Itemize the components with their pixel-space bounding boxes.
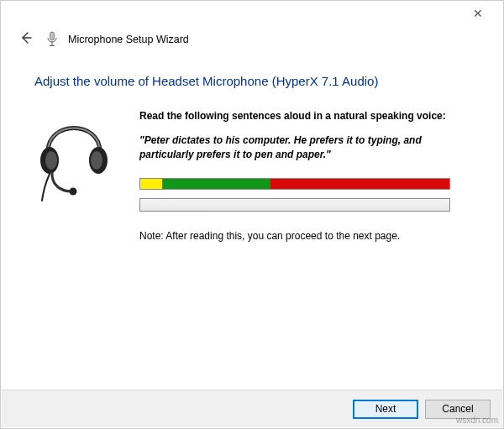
text-column: Read the following sentences aloud in a … [139,110,470,242]
page-heading: Adjust the volume of Headset Microphone … [34,74,470,88]
headset-icon [34,110,114,205]
progress-bar [139,198,450,212]
headset-illustration [34,110,114,205]
meter-segment-red [270,179,449,189]
back-arrow-icon [19,33,33,47]
microphone-icon [46,31,58,48]
wizard-footer: Next Cancel [2,390,502,427]
next-button[interactable]: Next [353,400,418,419]
titlebar: ✕ [1,1,503,26]
svg-point-7 [91,151,102,170]
meter-segment-green [162,179,270,189]
cancel-button[interactable]: Cancel [425,400,491,419]
instruction-text: Read the following sentences aloud in a … [139,110,461,122]
note-text: Note: After reading this, you can procee… [139,230,461,242]
svg-rect-1 [50,32,55,40]
back-button[interactable] [16,29,36,49]
wizard-content: Adjust the volume of Headset Microphone … [1,57,503,242]
svg-point-8 [70,188,77,196]
sample-sentence: "Peter dictates to his computer. He pref… [139,133,461,163]
volume-meter [139,178,450,190]
wizard-title: Microphone Setup Wizard [68,34,189,45]
close-icon: ✕ [473,7,483,20]
close-button[interactable]: ✕ [459,4,496,23]
main-row: Read the following sentences aloud in a … [34,110,470,242]
svg-point-5 [45,151,57,170]
meter-segment-yellow [140,179,162,189]
wizard-header: Microphone Setup Wizard [1,26,503,57]
